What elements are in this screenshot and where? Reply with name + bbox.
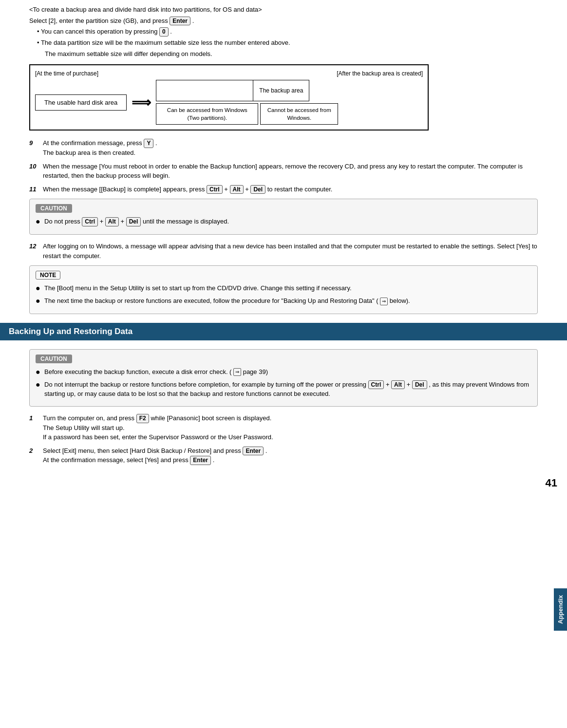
caution-2-item-2: ● Do not interrupt the backup or restore… xyxy=(36,380,529,399)
page-footer: 41 xyxy=(546,477,557,489)
step-1-content: Turn the computer on, and press F2 while… xyxy=(43,413,538,442)
bullet-icon-1: ● xyxy=(36,217,44,227)
access-no-windows: Cannot be accessed from Windows. xyxy=(260,103,338,125)
ctrl-key-1: Ctrl xyxy=(207,185,223,194)
step-1: 1 Turn the computer on, and press F2 whi… xyxy=(29,413,538,442)
label-purchase: [At the time of purchase] xyxy=(35,70,98,77)
note-item-1: ● The [Boot] menu in the Setup Utility i… xyxy=(36,283,529,294)
zero-key: 0 xyxy=(159,27,169,37)
del-key-c2: Del xyxy=(412,380,427,390)
intro-line1: <To create a backup area and divide hard… xyxy=(29,5,538,15)
caution-1-item-1: ● Do not press Ctrl + Alt + Del until th… xyxy=(36,217,529,227)
step-2-content: Select [Exit] menu, then select [Hard Di… xyxy=(43,446,538,466)
intro-line3: • You can cancel this operation by press… xyxy=(37,27,538,37)
disk-diagram: [At the time of purchase] [After the bac… xyxy=(29,64,429,131)
step-2: 2 Select [Exit] menu, then select [Hard … xyxy=(29,446,538,466)
ctrl-key-c1: Ctrl xyxy=(82,217,98,226)
ref-icon-2: ⇒ xyxy=(233,368,241,376)
step-9-num: 9 xyxy=(29,138,43,157)
alt-key-1: Alt xyxy=(230,185,244,194)
caution-title-1: CAUTION xyxy=(36,204,72,213)
appendix-tab: Appendix xyxy=(554,588,567,631)
access-windows: Can be accessed from Windows (Two partit… xyxy=(156,103,258,125)
bullet-c2-2: ● xyxy=(36,380,44,390)
section-header: Backing Up and Restoring Data xyxy=(0,323,567,340)
y-key: Y xyxy=(144,139,153,148)
caution-title-2: CAUTION xyxy=(36,355,72,363)
step-12-content: After logging on to Windows, a message w… xyxy=(43,242,538,261)
arrow-icon: ⟹ xyxy=(132,94,151,111)
intro-line4b: The maximum settable size will differ de… xyxy=(45,49,538,59)
diagram-labels: [At the time of purchase] [After the bac… xyxy=(35,70,423,77)
caution-box-1: CAUTION ● Do not press Ctrl + Alt + Del … xyxy=(29,199,538,235)
intro-line4: • The data partition size will be the ma… xyxy=(37,38,538,48)
intro-text: <To create a backup area and divide hard… xyxy=(29,5,538,58)
del-key-c1: Del xyxy=(126,217,141,226)
page-number: 41 xyxy=(546,477,557,489)
step-2-num: 2 xyxy=(29,446,43,466)
bullet-c2-1: ● xyxy=(36,367,44,377)
step-11-num: 11 xyxy=(29,185,43,194)
step-10: 10 When the message [You must reboot in … xyxy=(29,162,538,181)
backup-area-label: The backup area xyxy=(253,80,309,101)
step-9: 9 At the confirmation message, press Y .… xyxy=(29,138,538,157)
label-after: [After the backup area is created] xyxy=(337,70,423,77)
ref-icon-1: ⇒ xyxy=(380,298,388,305)
page-container: <To create a backup area and divide hard… xyxy=(0,0,567,498)
step-10-content: When the message [You must reboot in ord… xyxy=(43,162,538,181)
alt-key-c1: Alt xyxy=(105,217,119,226)
bullet-note-2: ● xyxy=(36,296,44,306)
right-side: The backup area Can be accessed from Win… xyxy=(156,80,338,125)
left-partition xyxy=(156,80,253,101)
usable-disk-area: The usable hard disk area xyxy=(35,94,127,111)
intro-line2: Select [2], enter the partition size (GB… xyxy=(29,16,538,26)
del-key-1: Del xyxy=(250,185,265,194)
caution-box-2: CAUTION ● Before executing the backup fu… xyxy=(29,349,538,407)
step-10-num: 10 xyxy=(29,162,43,181)
ctrl-key-c2: Ctrl xyxy=(368,380,384,390)
diagram-inner: The usable hard disk area ⟹ The backup a… xyxy=(35,80,423,125)
step-12-num: 12 xyxy=(29,242,43,261)
enter-key-intro: Enter xyxy=(170,17,190,26)
access-labels: Can be accessed from Windows (Two partit… xyxy=(156,103,338,125)
step-12: 12 After logging on to Windows, a messag… xyxy=(29,242,538,261)
bullet-note-1: ● xyxy=(36,283,44,294)
step-11-content: When the message [[Backup] is complete] … xyxy=(43,185,538,194)
note-box: NOTE ● The [Boot] menu in the Setup Util… xyxy=(29,265,538,314)
step-9-content: At the confirmation message, press Y . T… xyxy=(43,138,538,157)
step-1-num: 1 xyxy=(29,413,43,442)
note-item-2: ● The next time the backup or restore fu… xyxy=(36,296,529,306)
caution-2-item-1: ● Before executing the backup function, … xyxy=(36,367,529,377)
enter-key-step2b: Enter xyxy=(190,456,211,465)
enter-key-step2a: Enter xyxy=(243,447,264,456)
alt-key-c2: Alt xyxy=(391,380,405,390)
step-11: 11 When the message [[Backup] is complet… xyxy=(29,185,538,194)
f2-key: F2 xyxy=(136,414,149,423)
note-title: NOTE xyxy=(36,271,60,280)
